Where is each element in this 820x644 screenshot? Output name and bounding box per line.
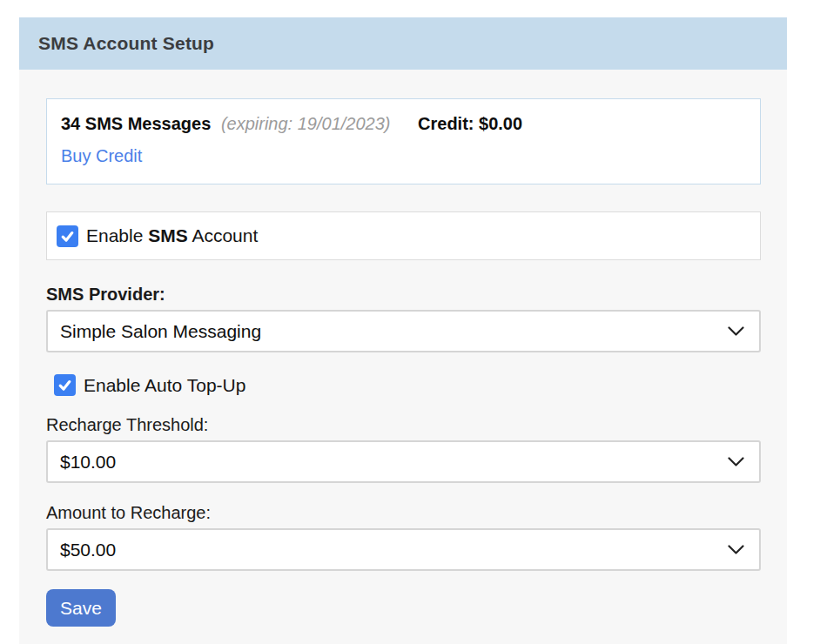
credit-info-box: 34 SMS Messages (expiring: 19/01/2023) C… [46, 98, 761, 184]
enable-sms-label-suffix: Account [188, 225, 259, 245]
enable-sms-label-bold: SMS [148, 225, 188, 245]
sms-provider-value: Simple Salon Messaging [60, 321, 261, 342]
recharge-amount-select[interactable]: $50.00 [46, 528, 761, 571]
credit-balance: Credit: $0.00 [418, 114, 522, 133]
recharge-threshold-label: Recharge Threshold: [46, 415, 761, 435]
enable-sms-checkbox[interactable] [57, 225, 78, 247]
recharge-threshold-value: $10.00 [60, 452, 116, 473]
sms-provider-label: SMS Provider: [46, 285, 761, 305]
sms-message-count: 34 SMS Messages [61, 114, 211, 133]
recharge-threshold-select[interactable]: $10.00 [46, 440, 761, 483]
sms-provider-select[interactable]: Simple Salon Messaging [46, 310, 761, 352]
chevron-down-icon [728, 457, 744, 467]
sms-expiry-date: (expiring: 19/01/2023) [221, 114, 391, 133]
chevron-down-icon [728, 326, 744, 337]
recharge-amount-label: Amount to Recharge: [46, 503, 761, 523]
auto-topup-label: Enable Auto Top-Up [84, 375, 245, 396]
enable-sms-account-row: Enable SMS Account [46, 211, 761, 260]
check-icon [57, 378, 72, 392]
save-button[interactable]: Save [46, 589, 116, 627]
page-title: SMS Account Setup [38, 33, 214, 54]
auto-topup-row: Enable Auto Top-Up [46, 374, 761, 396]
panel-header: SMS Account Setup [19, 17, 787, 70]
chevron-down-icon [728, 545, 744, 555]
auto-topup-checkbox[interactable] [54, 374, 76, 396]
recharge-amount-value: $50.00 [60, 540, 116, 560]
check-icon [60, 229, 75, 244]
buy-credit-link[interactable]: Buy Credit [61, 146, 142, 166]
enable-sms-label-prefix: Enable [86, 225, 148, 245]
enable-sms-label: Enable SMS Account [86, 225, 258, 246]
credit-summary: 34 SMS Messages (expiring: 19/01/2023) C… [61, 114, 746, 134]
panel-body: 34 SMS Messages (expiring: 19/01/2023) C… [19, 70, 787, 627]
sms-account-setup-panel: SMS Account Setup 34 SMS Messages (expir… [19, 17, 787, 644]
